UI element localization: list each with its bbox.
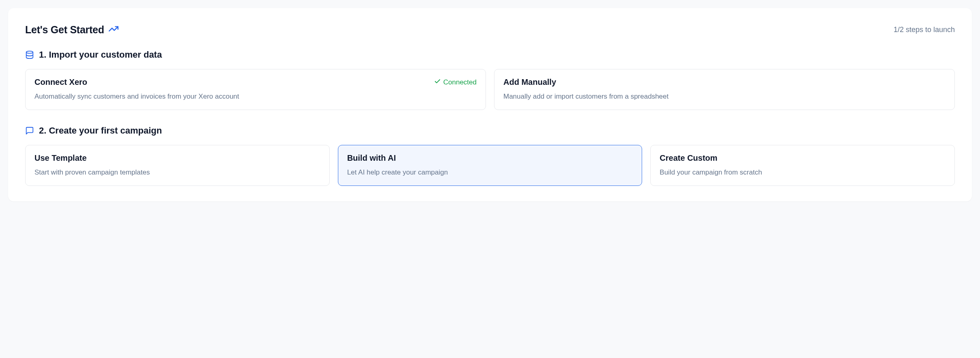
card-create-custom-desc: Build your campaign from scratch <box>660 168 946 177</box>
database-icon <box>25 50 34 59</box>
card-build-with-ai[interactable]: Build with AI Let AI help create your ca… <box>338 145 643 186</box>
trending-up-icon <box>108 24 119 36</box>
card-connect-xero-desc: Automatically sync customers and invoice… <box>34 92 477 101</box>
section-import-header: 1. Import your customer data <box>25 50 955 60</box>
card-connect-xero-title: Connect Xero <box>34 78 87 87</box>
campaign-cards: Use Template Start with proven campaign … <box>25 145 955 186</box>
card-create-custom-title: Create Custom <box>660 153 717 163</box>
card-create-custom[interactable]: Create Custom Build your campaign from s… <box>650 145 955 186</box>
connected-badge: Connected <box>434 78 477 87</box>
section-campaign-title: 2. Create your first campaign <box>39 125 162 136</box>
panel-title-wrap: Let's Get Started <box>25 24 119 36</box>
card-use-template-title: Use Template <box>34 153 87 163</box>
section-campaign: 2. Create your first campaign Use Templa… <box>25 125 955 186</box>
section-campaign-header: 2. Create your first campaign <box>25 125 955 136</box>
svg-point-0 <box>26 51 33 53</box>
card-connect-xero[interactable]: Connect Xero Connected Automatically syn… <box>25 69 486 110</box>
card-use-template[interactable]: Use Template Start with proven campaign … <box>25 145 330 186</box>
import-cards: Connect Xero Connected Automatically syn… <box>25 69 955 110</box>
connected-text: Connected <box>443 78 477 86</box>
panel-title: Let's Get Started <box>25 24 104 36</box>
card-build-with-ai-title: Build with AI <box>347 153 396 163</box>
card-use-template-desc: Start with proven campaign templates <box>34 168 320 177</box>
steps-counter: 1/2 steps to launch <box>894 26 955 34</box>
card-add-manually-desc: Manually add or import customers from a … <box>503 92 946 101</box>
section-import-title: 1. Import your customer data <box>39 50 162 60</box>
card-add-manually[interactable]: Add Manually Manually add or import cust… <box>494 69 955 110</box>
check-icon <box>434 78 441 87</box>
get-started-panel: Let's Get Started 1/2 steps to launch 1.… <box>8 8 972 201</box>
message-square-icon <box>25 126 34 135</box>
card-build-with-ai-desc: Let AI help create your campaign <box>347 168 633 177</box>
section-import: 1. Import your customer data Connect Xer… <box>25 50 955 110</box>
card-add-manually-title: Add Manually <box>503 78 556 87</box>
panel-header: Let's Get Started 1/2 steps to launch <box>25 24 955 36</box>
